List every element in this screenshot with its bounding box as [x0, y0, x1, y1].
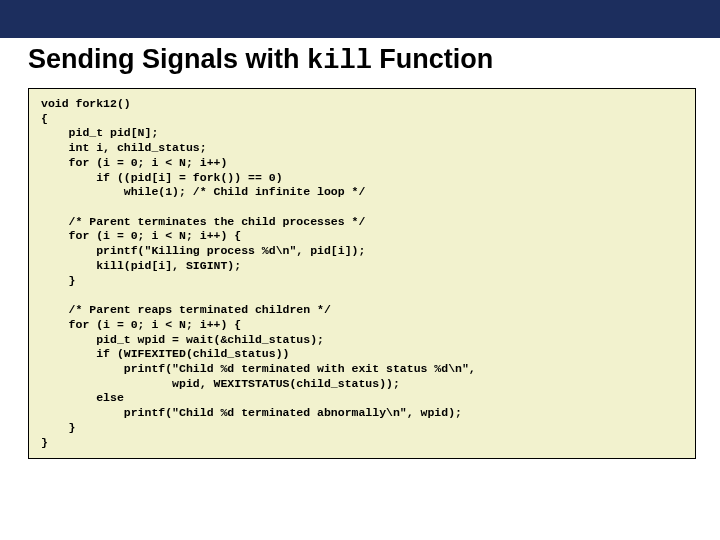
top-bar	[0, 0, 720, 38]
title-suffix: Function	[372, 44, 493, 74]
title-mono: kill	[307, 46, 372, 76]
slide-title: Sending Signals with kill Function	[0, 38, 720, 88]
code-block: void fork12() { pid_t pid[N]; int i, chi…	[28, 88, 696, 459]
title-prefix: Sending Signals with	[28, 44, 307, 74]
